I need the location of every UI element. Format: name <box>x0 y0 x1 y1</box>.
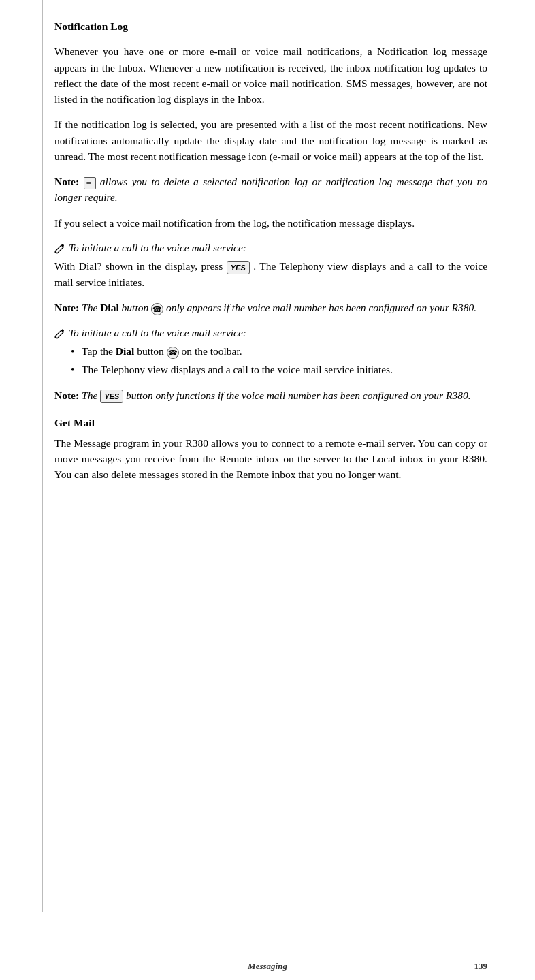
note1-label: Note: <box>54 176 79 187</box>
bullet-item-2: The Telephony view displays and a call t… <box>71 362 487 377</box>
footer-page-number: 139 <box>312 960 487 973</box>
proc1-text: With Dial? shown in the display, press Y… <box>54 258 487 290</box>
note2-dial-bold: Dial <box>100 302 119 313</box>
content-area: Notification Log Whenever you have one o… <box>0 0 535 533</box>
page-border-line <box>42 0 43 912</box>
menu-icon <box>84 177 96 189</box>
proc1-heading-text: To initiate a call to the voice mail ser… <box>69 242 246 253</box>
note2-label: Note: <box>54 302 79 313</box>
bullet-list: Tap the Dial button ☎ on the toolbar. Th… <box>54 343 487 378</box>
bullet-item-1: Tap the Dial button ☎ on the toolbar. <box>71 343 487 359</box>
page: Notification Log Whenever you have one o… <box>0 0 535 980</box>
note3-text-post: button only functions if the voice mail … <box>126 390 471 401</box>
note1-text: allows you to delete a selected notifica… <box>54 176 487 203</box>
proc2-heading-text: To initiate a call to the voice mail ser… <box>69 327 246 338</box>
proc2-heading: To initiate a call to the voice mail ser… <box>54 326 487 341</box>
proc1-text-pre: With Dial? shown in the display, press <box>54 260 223 272</box>
yes-button-2: YES <box>100 390 123 404</box>
notification-log-para3: If you select a voice mail notification … <box>54 215 487 231</box>
get-mail-heading: Get Mail <box>54 415 487 430</box>
notification-log-para2: If the notification log is selected, you… <box>54 116 487 164</box>
notification-log-para1: Whenever you have one or more e-mail or … <box>54 44 487 107</box>
note2-text-pre: The <box>82 302 100 313</box>
dial-icon-2: ☎ <box>167 347 179 359</box>
dial-icon-1: ☎ <box>151 303 163 315</box>
bullet1-bold: Dial <box>116 345 135 357</box>
note2-text-mid: button <box>119 302 149 313</box>
bullet1-mid: button <box>134 345 164 357</box>
get-mail-para: The Message program in your R380 allows … <box>54 435 487 483</box>
footer-center: Messaging <box>223 960 311 973</box>
bullet1-pre: Tap the <box>82 345 116 357</box>
note1-block: Note: allows you to delete a selected no… <box>54 174 487 206</box>
note3-text-pre: The <box>82 390 97 401</box>
yes-button-1: YES <box>227 261 250 275</box>
bullet1-post: on the toolbar. <box>182 345 242 357</box>
note3-block: Note: The YES button only functions if t… <box>54 388 487 404</box>
note2-block: Note: The Dial button ☎ only appears if … <box>54 300 487 315</box>
notification-log-heading: Notification Log <box>54 19 487 34</box>
pencil-icon-1 <box>54 243 64 254</box>
pencil-icon-2 <box>54 328 64 339</box>
note2-text-post: only appears if the voice mail number ha… <box>166 302 476 313</box>
page-footer: Messaging 139 <box>0 953 535 980</box>
note3-label: Note: <box>54 390 79 401</box>
proc1-heading: To initiate a call to the voice mail ser… <box>54 240 487 255</box>
